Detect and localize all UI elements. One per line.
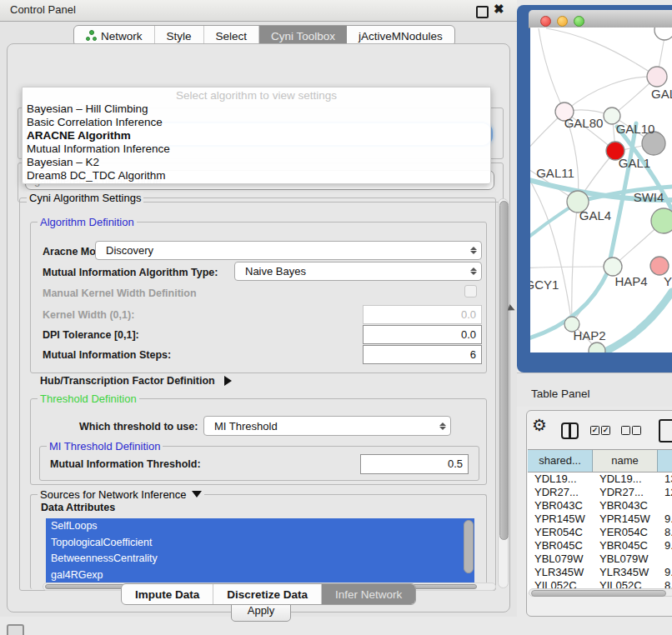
dpi-tolerance-field[interactable]: 0.0 <box>363 325 482 344</box>
table-cell: YER054C <box>593 526 658 539</box>
tab-label: Cyni Toolbox <box>271 30 335 42</box>
deselect-checkbox-icon[interactable] <box>632 426 641 435</box>
table-cell: YLR345W <box>593 566 658 579</box>
algorithm-definition-group: Algorithm Definition Aracne Mode: Discov… <box>30 222 487 373</box>
select-all-checkbox-icon[interactable]: ✓ <box>590 426 599 435</box>
network-edge[interactable] <box>546 28 657 77</box>
column-header[interactable]: shared... <box>528 450 593 472</box>
table-row[interactable]: YBR045CYBR045C9. <box>528 539 672 552</box>
settings-vertical-scrollbar[interactable] <box>498 198 509 588</box>
network-node[interactable] <box>647 67 667 87</box>
float-window-icon[interactable] <box>476 6 489 18</box>
tab-discretize-data[interactable]: Discretize Data <box>213 584 322 604</box>
table-cell: YDR27... <box>528 486 593 499</box>
sources-group-title[interactable]: Sources for Network Inference <box>38 488 204 501</box>
table-row[interactable]: YER054CYER054C8. <box>528 526 672 539</box>
table-cell: YDL19... <box>593 472 658 486</box>
aracne-mode-combo[interactable]: Discovery <box>95 241 482 260</box>
table-row[interactable]: YLR345WYLR345W9. <box>528 566 672 579</box>
column-header[interactable]: name <box>593 450 658 472</box>
table-body[interactable]: YDL19...YDL19...13YDR27...YDR27...12YBR0… <box>528 472 672 592</box>
algorithm-option[interactable]: ARACNE Algorithm <box>23 129 490 142</box>
attribute-list-item[interactable]: TopologicalCoefficient <box>46 535 474 552</box>
table-header-row[interactable]: shared...nameA <box>528 449 672 472</box>
network-node[interactable] <box>651 208 672 233</box>
hub-definition-toggle[interactable]: Hub/Transcription Factor Definition <box>40 375 232 387</box>
table-panel-title: Table Panel <box>531 388 590 400</box>
kernel-width-label: Kernel Width (0,1): <box>43 309 134 321</box>
mi-threshold-group-title: MI Threshold Definition <box>47 440 163 452</box>
mac-zoom-icon[interactable] <box>574 16 584 27</box>
network-node[interactable] <box>589 342 605 352</box>
attribute-list-item[interactable]: SelfLoops <box>46 518 474 535</box>
data-attributes-list[interactable]: SelfLoopsTopologicalCoefficientBetweenne… <box>46 518 474 583</box>
table-cell: YBR043C <box>528 499 593 512</box>
algorithm-option[interactable]: Bayesian – K2 <box>23 156 490 169</box>
table-row[interactable]: YBR043CYBR043C <box>528 499 672 512</box>
table-cell: YER054C <box>528 526 593 539</box>
settings-group-title: Cyni Algorithm Settings <box>27 192 143 204</box>
cyni-algorithm-settings-group: Cyni Algorithm Settings Algorithm Defini… <box>19 198 496 591</box>
table-panel-window: ⚙ ✓ ✓ shared...nameA YDL19...YDL19...13Y… <box>526 410 672 617</box>
manual-kernel-label: Manual Kernel Width Definition <box>43 288 197 299</box>
mi-type-combo[interactable]: Naive Bayes <box>234 262 482 281</box>
which-threshold-combo[interactable]: MI Threshold <box>203 416 451 436</box>
attribute-list-item[interactable]: BetweennessCentrality <box>46 551 474 568</box>
scrollbar-thumb[interactable] <box>499 201 509 540</box>
mac-close-icon[interactable] <box>540 16 551 27</box>
mi-steps-label: Mutual Information Steps: <box>43 349 171 361</box>
deselect-checkbox-icon[interactable] <box>621 426 630 435</box>
table-cell <box>658 499 672 512</box>
tab-label: Impute Data <box>135 588 199 601</box>
algorithm-option[interactable]: Bayesian – Hill Climbing <box>23 102 490 116</box>
control-panel-window: Control Panel ✖ Network Style Select Cyn… <box>0 0 517 617</box>
network-node[interactable] <box>654 28 672 40</box>
table-horizontal-scrollbar[interactable] <box>529 588 672 597</box>
algorithm-definition-title: Algorithm Definition <box>38 216 137 228</box>
network-node[interactable] <box>650 257 669 275</box>
table-row[interactable]: YPR145WYPR145W9. <box>528 512 672 526</box>
attribute-list-item[interactable]: gal4RGexp <box>46 568 474 584</box>
split-columns-icon[interactable] <box>561 422 579 439</box>
table-cell: YBR045C <box>593 539 658 552</box>
manual-kernel-checkbox[interactable] <box>464 285 477 298</box>
kernel-width-field[interactable]: 0.0 <box>363 305 482 324</box>
network-edge[interactable] <box>530 267 604 268</box>
aracne-mode-value: Discovery <box>96 244 466 257</box>
algorithm-option[interactable]: Dream8 DC_TDC Algorithm <box>23 169 490 182</box>
network-edge[interactable] <box>564 77 657 112</box>
gear-icon[interactable]: ⚙ <box>532 415 547 435</box>
table-cell: 8. <box>658 526 672 539</box>
tab-label: Style <box>167 30 192 42</box>
expand-right-icon <box>224 376 232 386</box>
docked-panel-icon[interactable] <box>7 624 24 635</box>
column-header[interactable]: A <box>658 450 672 472</box>
mac-minimize-icon[interactable] <box>557 16 568 27</box>
tab-infer-network[interactable]: Infer Network <box>322 584 415 604</box>
mi-steps-field[interactable]: 6 <box>363 345 482 364</box>
scrollbar-thumb[interactable] <box>531 590 666 597</box>
attributes-vertical-scrollbar[interactable] <box>464 520 474 573</box>
table-cell: YPR145W <box>528 512 593 526</box>
cyni-toolbox-panel: Inference Algorithm galFiltered.sif defa… <box>7 43 510 612</box>
close-icon[interactable]: ✖ <box>494 2 504 17</box>
select-all-checkbox-icon[interactable]: ✓ <box>601 426 610 435</box>
node-label: HAP2 <box>573 328 605 342</box>
mi-threshold-field[interactable]: 0.5 <box>360 454 469 474</box>
algorithm-option[interactable]: Mutual Information Inference <box>23 142 490 156</box>
which-threshold-label: Which threshold to use: <box>79 421 198 432</box>
table-cell: YBR043C <box>593 499 658 512</box>
network-edge[interactable] <box>539 28 564 112</box>
table-row[interactable]: YDR27...YDR27...12 <box>528 486 672 499</box>
table-row[interactable]: YBL079WYBL079W <box>528 552 672 566</box>
tab-impute-data[interactable]: Impute Data <box>122 584 213 604</box>
new-table-icon[interactable] <box>659 419 672 442</box>
table-row[interactable]: YDL19...YDL19...13 <box>528 472 672 486</box>
network-edge[interactable] <box>572 202 578 324</box>
network-window-titlebar[interactable] <box>529 10 672 28</box>
network-canvas[interactable]: GALGAL80GAL10GAL1GAL11SWI4GAL4GCY1HAP4YH… <box>530 28 672 352</box>
algorithm-option[interactable]: Basic Correlation Inference <box>23 116 490 129</box>
mi-type-value: Naive Bayes <box>235 265 466 278</box>
node-label: GCY1 <box>530 278 559 292</box>
network-node[interactable] <box>604 258 622 276</box>
